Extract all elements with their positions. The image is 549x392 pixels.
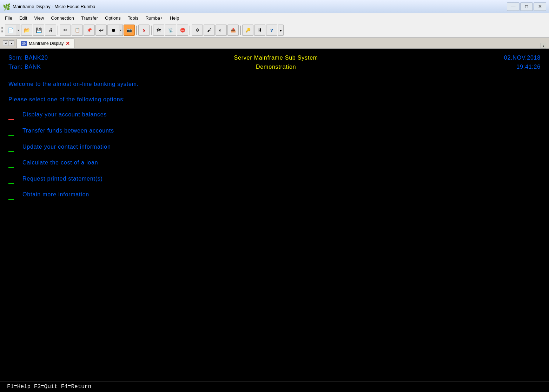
tab-label: Mainframe Display (29, 41, 64, 46)
menu-item-3[interactable]: Update your contact information (8, 142, 541, 152)
date-display: 02.NOV.2018 (504, 53, 541, 62)
new-dropdown-arrow[interactable]: ▾ (16, 25, 20, 36)
menu-item-2[interactable]: Transfer funds between accounts (8, 126, 541, 136)
title-bar: 🌿 Mainframe Display - Micro Focus Rumba … (0, 0, 549, 13)
menu-item-6[interactable]: Obtain more information (8, 190, 541, 200)
menu-connection[interactable]: Connection (47, 15, 78, 21)
menu-rumba[interactable]: Rumba+ (142, 15, 166, 21)
welcome-text: Welcome to the almost on-line banking sy… (8, 80, 541, 89)
mainframe-display-tab[interactable]: 20 Mainframe Display ✕ (16, 39, 74, 48)
new-button-group: 📄 ▾ (5, 25, 20, 36)
record-dropdown-arrow[interactable]: ▾ (119, 25, 123, 36)
menu-edit[interactable]: Edit (16, 15, 31, 21)
tab-scroll-button[interactable]: ▸ (541, 43, 546, 48)
status-bar: F1=Help F3=Quit F4=Return (0, 381, 549, 392)
record-button[interactable]: ⏺ (107, 25, 119, 36)
cert-button[interactable]: 🏷 (216, 25, 227, 36)
menu-transfer[interactable]: Transfer (78, 15, 101, 21)
help-button[interactable]: ? (266, 25, 277, 36)
sys-subtitle: Demonstration (48, 62, 504, 72)
app-icon: 🌿 (3, 3, 10, 10)
new-button[interactable]: 📄 (5, 25, 16, 36)
menu-item-4[interactable]: Calculate the cost of a loan (8, 158, 541, 168)
tran-label: Tran: BANK (8, 62, 48, 72)
settings-button[interactable]: ⚙ (192, 25, 203, 36)
snap-button[interactable]: 📷 (124, 25, 135, 36)
save-button[interactable]: 💾 (33, 25, 44, 36)
connect-button[interactable]: 📡 (165, 25, 176, 36)
menu-item-5[interactable]: Request printed statement(s) (8, 174, 541, 184)
tab-bar-right: ▸ (75, 43, 546, 48)
menu-bar: File Edit View Connection Transfer Optio… (0, 13, 549, 23)
disconnect-button[interactable]: ⛔ (177, 25, 188, 36)
close-button[interactable]: ✕ (534, 2, 546, 11)
map-button[interactable]: 🗺 (153, 25, 164, 36)
menu-file[interactable]: File (1, 15, 16, 21)
menu-tools[interactable]: Tools (124, 15, 142, 21)
tab-close-button[interactable]: ✕ (66, 41, 70, 46)
toolbar-sep-1 (58, 26, 58, 35)
toolbar-sep-5 (240, 26, 241, 35)
toolbar-sep-3 (151, 26, 152, 35)
print-button[interactable]: 🖨 (45, 25, 56, 36)
tab-nav-left[interactable]: ◂ (3, 40, 8, 46)
toolbar: 📄 ▾ 📂 💾 🖨 ✂ 📋 📌 ↩ ⏺ ▾ 📷 5 🗺 📡 ⛔ ⚙ 🖌 🏷 📤 … (0, 23, 549, 38)
tab-nav: ◂ ▸ (3, 40, 14, 46)
toolbar-sep-2 (136, 26, 137, 35)
tab-nav-right[interactable]: ▸ (9, 40, 14, 46)
select-prompt: Please select one of the following optio… (8, 95, 541, 104)
toolbar-sep-4 (190, 26, 190, 35)
paste-button[interactable]: 📌 (84, 25, 95, 36)
toolbar-overflow[interactable]: ▸ (278, 25, 284, 36)
title-bar-text: Mainframe Display - Micro Focus Rumba (13, 4, 507, 9)
main-content: Scrn: BANK20 Tran: BANK Server Mainframe… (0, 49, 549, 392)
menu-view[interactable]: View (31, 15, 47, 21)
key-button[interactable]: 🔑 (242, 25, 253, 36)
send-button[interactable]: 📤 (227, 25, 239, 36)
menu-help[interactable]: Help (166, 15, 183, 21)
terminal-display: Scrn: BANK20 Tran: BANK Server Mainframe… (0, 49, 549, 381)
menu-options[interactable]: Options (101, 15, 124, 21)
time-display: 19:41:26 (504, 62, 541, 72)
menu-item-1[interactable]: Display your account balances (8, 110, 541, 120)
cut-button[interactable]: ✂ (60, 25, 71, 36)
maximize-button[interactable]: □ (520, 2, 533, 11)
status-text: F1=Help F3=Quit F4=Return (7, 384, 91, 390)
copy-button[interactable]: 📋 (72, 25, 83, 36)
macro-button[interactable]: 5 (138, 25, 150, 36)
sys-title: Server Mainframe Sub System (48, 53, 504, 62)
open-button[interactable]: 📂 (21, 25, 32, 36)
tab-bar: ◂ ▸ 20 Mainframe Display ✕ ▸ (0, 38, 549, 49)
record-button-group: ⏺ ▾ (107, 25, 123, 36)
H-button[interactable]: H (254, 25, 265, 36)
undo-button[interactable]: ↩ (95, 25, 107, 36)
scrn-label: Scrn: BANK20 (8, 53, 48, 62)
minimize-button[interactable]: — (507, 2, 520, 11)
brush-button[interactable]: 🖌 (204, 25, 215, 36)
tab-icon: 20 (21, 41, 27, 46)
window-controls: — □ ✕ (507, 2, 546, 11)
